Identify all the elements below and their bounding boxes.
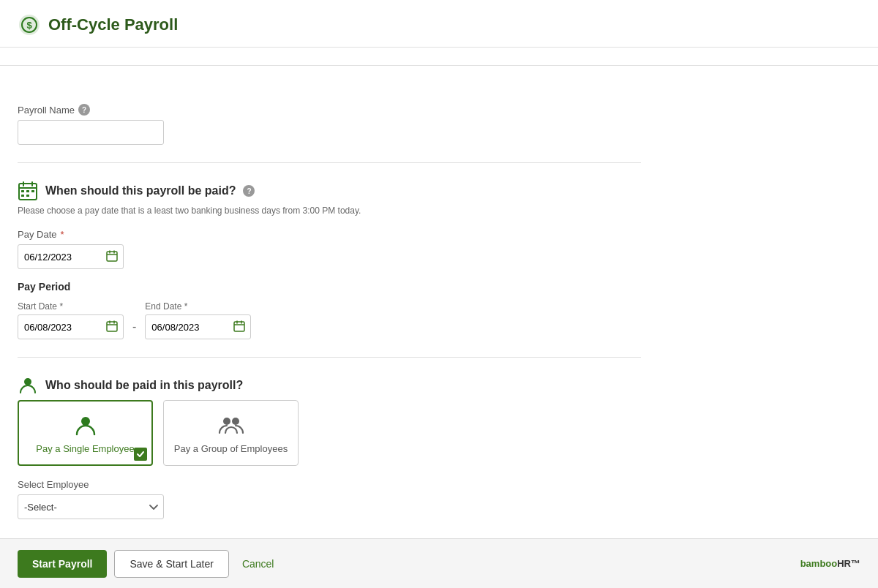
start-date-group: Start Date * 06/08/2023 — [18, 301, 124, 339]
pay-date-section: When should this payroll be paid? ? Plea… — [18, 181, 641, 339]
pay-single-employee-card[interactable]: Pay a Single Employee — [18, 400, 153, 466]
pay-date-subtitle: Please choose a pay date that is a least… — [18, 206, 641, 216]
payroll-name-label: Payroll Name ? — [18, 104, 641, 116]
select-employee-label: Select Employee — [18, 479, 641, 490]
pay-date-help-icon[interactable]: ? — [243, 185, 255, 197]
svg-rect-10 — [21, 195, 24, 197]
date-range-separator: - — [132, 320, 136, 333]
start-payroll-button[interactable]: Start Payroll — [18, 550, 107, 578]
select-employee-dropdown[interactable]: -Select- — [18, 494, 164, 519]
who-paid-section: Who should be paid in this payroll? Pay … — [18, 375, 641, 519]
who-paid-header: Who should be paid in this payroll? — [18, 375, 641, 396]
page-title: Off-Cycle Payroll — [48, 15, 178, 34]
group-employees-label: Pay a Group of Employees — [174, 443, 288, 454]
footer-bar: Start Payroll Save & Start Later Cancel … — [0, 538, 878, 588]
end-date-group: End Date * 06/08/2023 — [145, 301, 251, 339]
save-start-later-button[interactable]: Save & Start Later — [114, 550, 228, 578]
bamboo-logo: ​bambooHR™ — [800, 558, 860, 569]
svg-rect-8 — [26, 190, 29, 192]
section-divider-2 — [18, 357, 641, 358]
pay-period-group: Pay Period Start Date * 06/08/2023 — [18, 281, 641, 339]
pay-date-field-label: Pay Date * — [18, 229, 641, 240]
pay-period-row: Start Date * 06/08/2023 — [18, 301, 641, 339]
pay-group-employees-card[interactable]: Pay a Group of Employees — [163, 400, 299, 466]
start-date-input[interactable]: 06/08/2023 — [18, 314, 124, 339]
start-date-wrapper: 06/08/2023 — [18, 314, 124, 339]
end-date-label: End Date * — [145, 301, 251, 312]
payroll-name-input[interactable] — [18, 120, 164, 145]
pay-date-title: When should this payroll be paid? — [45, 184, 236, 197]
payroll-name-group: Payroll Name ? — [18, 104, 641, 145]
select-employee-group: Select Employee -Select- — [18, 479, 641, 519]
payroll-name-help-icon[interactable]: ? — [78, 104, 90, 116]
svg-rect-9 — [31, 190, 34, 192]
cancel-link[interactable]: Cancel — [236, 551, 280, 577]
pay-date-header: When should this payroll be paid? ? — [18, 181, 641, 201]
svg-rect-11 — [26, 195, 29, 197]
calendar-section-icon — [18, 181, 38, 201]
group-persons-icon — [218, 412, 244, 439]
page-header: $ Off-Cycle Payroll — [0, 0, 878, 48]
pay-period-label: Pay Period — [18, 281, 641, 293]
start-date-label: Start Date * — [18, 301, 124, 312]
end-date-input[interactable]: 06/08/2023 — [145, 314, 251, 339]
section-divider-1 — [18, 162, 641, 163]
end-date-wrapper: 06/08/2023 — [145, 314, 251, 339]
select-employee-wrapper: -Select- — [18, 494, 164, 519]
svg-point-25 — [81, 417, 90, 426]
svg-point-27 — [232, 418, 239, 425]
selected-check-badge — [134, 448, 147, 461]
pay-date-input-wrapper: 06/12/2023 — [18, 244, 124, 269]
pay-type-cards: Pay a Single Employee Pay a Group of Emp… — [18, 400, 641, 466]
svg-rect-7 — [21, 190, 24, 192]
pay-date-input[interactable]: 06/12/2023 — [18, 244, 124, 269]
svg-point-26 — [223, 418, 230, 425]
payroll-name-section: Payroll Name ? — [18, 104, 641, 145]
pay-date-group: Pay Date * 06/12/2023 — [18, 229, 641, 269]
svg-point-24 — [24, 378, 31, 385]
svg-text:$: $ — [26, 20, 32, 31]
single-person-icon — [72, 412, 99, 439]
payroll-dollar-icon: $ — [18, 13, 41, 37]
single-employee-label: Pay a Single Employee — [36, 443, 134, 454]
main-content: Payroll Name ? When should this payroll … — [0, 83, 658, 588]
who-paid-title: Who should be paid in this payroll? — [45, 379, 243, 392]
person-section-icon — [18, 375, 38, 396]
header-divider — [0, 65, 878, 66]
